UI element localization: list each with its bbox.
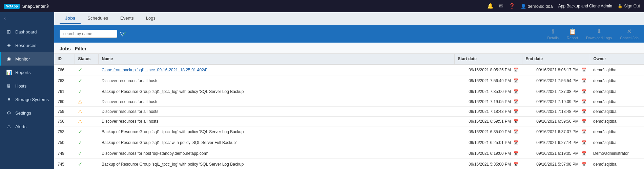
- download-logs-button[interactable]: ⬇ Download Logs: [586, 28, 612, 40]
- end-date-value: 09/16/2021 6:27:14 PM: [536, 140, 579, 145]
- header-actions: 🔔 ✉ ❓ 👤 demo\sqldba App Backup and Clone…: [487, 3, 640, 9]
- sidebar-item-alerts[interactable]: ⚠ Alerts: [0, 120, 54, 133]
- jobs-section: Jobs - Filter ID Status Name Start date …: [54, 43, 644, 169]
- start-calendar-icon[interactable]: 📅: [514, 140, 519, 145]
- username: demo\sqldba: [527, 4, 553, 9]
- end-calendar-icon[interactable]: 📅: [581, 68, 586, 72]
- help-icon[interactable]: ❓: [509, 3, 515, 9]
- notification-icon[interactable]: 🔔: [487, 3, 494, 9]
- job-end-date: 09/16/2021 7:19:09 PM📅: [522, 97, 590, 107]
- job-owner: demo\sqldba: [590, 137, 644, 148]
- sidebar-label-alerts: Alerts: [15, 124, 26, 129]
- search-input[interactable]: [60, 30, 117, 38]
- end-date-value: 09/16/2021 7:18:48 PM: [536, 109, 579, 114]
- start-calendar-icon[interactable]: 📅: [514, 151, 519, 156]
- table-row: 766✓Clone from backup 'sql1_tpcc_09-16-2…: [54, 64, 644, 75]
- main-layout: ‹ ⊞ Dashboard ◈ Resources ◉ Monitor 📊 Re…: [0, 12, 644, 169]
- status-warn-icon: ⚠: [78, 119, 82, 124]
- sidebar-item-reports[interactable]: 📊 Reports: [0, 66, 54, 79]
- end-calendar-icon[interactable]: 📅: [581, 99, 586, 104]
- report-button[interactable]: 📋 Report: [567, 28, 578, 40]
- toolbar-actions: ℹ Details 📋 Report ⬇ Download Logs ✕ Can…: [547, 28, 639, 40]
- sidebar-label-reports: Reports: [15, 70, 31, 75]
- start-calendar-icon[interactable]: 📅: [514, 162, 519, 167]
- end-calendar-icon[interactable]: 📅: [581, 140, 586, 145]
- job-start-date: 09/16/2021 6:25:01 PM📅: [454, 137, 522, 148]
- filter-button[interactable]: ▽ ✓: [120, 30, 127, 38]
- job-name: Discover resources for all hosts: [98, 117, 454, 126]
- job-name-link[interactable]: Clone from backup 'sql1_tpcc_09-16-2021_…: [102, 68, 207, 72]
- mail-icon[interactable]: ✉: [499, 3, 503, 9]
- start-calendar-icon[interactable]: 📅: [514, 99, 519, 104]
- end-calendar-icon[interactable]: 📅: [581, 78, 586, 83]
- start-date-value: 09/16/2021 7:56:49 PM: [469, 78, 511, 83]
- sidebar-item-storage-systems[interactable]: ≡ Storage Systems: [0, 93, 54, 106]
- start-date-value: 09/16/2021 6:19:00 PM: [469, 151, 511, 156]
- job-name: Backup of Resource Group 'sql1_tpcc' wit…: [98, 137, 454, 148]
- end-calendar-icon[interactable]: 📅: [581, 162, 586, 167]
- job-end-date: 09/16/2021 8:06:17 PM📅: [522, 64, 590, 75]
- end-calendar-icon[interactable]: 📅: [581, 109, 586, 114]
- sidebar-item-monitor[interactable]: ◉ Monitor: [0, 52, 54, 66]
- table-row: 750✓Backup of Resource Group 'sql1_tpcc'…: [54, 137, 644, 148]
- sidebar-label-settings: Settings: [15, 111, 31, 116]
- start-calendar-icon[interactable]: 📅: [514, 78, 519, 83]
- details-button[interactable]: ℹ Details: [547, 28, 559, 40]
- start-calendar-icon[interactable]: 📅: [514, 119, 519, 124]
- sidebar-item-dashboard[interactable]: ⊞ Dashboard: [0, 25, 54, 39]
- job-start-date: 09/16/2021 7:19:05 PM📅: [454, 97, 522, 107]
- start-date-value: 09/16/2021 7:19:05 PM: [469, 99, 511, 104]
- job-name: Discover resources for all hosts: [98, 107, 454, 117]
- col-header-id: ID: [54, 54, 75, 64]
- job-start-date: 09/16/2021 7:18:43 PM📅: [454, 107, 522, 117]
- status-warn-icon: ⚠: [78, 99, 82, 104]
- tab-logs[interactable]: Logs: [141, 13, 161, 24]
- start-calendar-icon[interactable]: 📅: [514, 68, 519, 72]
- tab-schedules[interactable]: Schedules: [82, 13, 113, 24]
- details-icon: ℹ: [552, 28, 554, 35]
- start-calendar-icon[interactable]: 📅: [514, 129, 519, 134]
- start-date-value: 09/16/2021 7:35:00 PM: [469, 89, 511, 94]
- sidebar-label-resources: Resources: [15, 43, 36, 48]
- job-name: Backup of Resource Group 'sql1_tpcc_log'…: [98, 86, 454, 97]
- reports-icon: 📊: [6, 70, 12, 75]
- job-end-date: 09/16/2021 7:56:54 PM📅: [522, 75, 590, 86]
- job-end-date: 09/16/2021 6:59:56 PM📅: [522, 117, 590, 126]
- cancel-job-button[interactable]: ✕ Cancel Job: [620, 28, 639, 40]
- start-calendar-icon[interactable]: 📅: [514, 89, 519, 94]
- toolbar: ▽ ✓ ℹ Details 📋 Report ⬇ Download Logs: [54, 25, 644, 43]
- job-owner: demo\sqldba: [590, 117, 644, 126]
- job-name[interactable]: Clone from backup 'sql1_tpcc_09-16-2021_…: [98, 64, 454, 75]
- signout-label: Sign Out: [624, 4, 640, 8]
- start-date-value: 09/16/2021 8:05:25 PM: [469, 68, 511, 72]
- job-start-date: 09/16/2021 6:59:51 PM📅: [454, 117, 522, 126]
- table-row: 749✓Discover resources for host 'sql-sta…: [54, 148, 644, 159]
- job-name: Discover resources for all hosts: [98, 75, 454, 86]
- details-label: Details: [547, 36, 559, 40]
- job-status: ⚠: [75, 107, 98, 117]
- status-ok-icon: ✓: [78, 161, 82, 167]
- job-status: ⚠: [75, 117, 98, 126]
- user-info: 👤 demo\sqldba: [521, 4, 553, 9]
- sidebar-item-resources[interactable]: ◈ Resources: [0, 39, 54, 52]
- start-date-value: 09/16/2021 6:59:51 PM: [469, 119, 511, 124]
- end-calendar-icon[interactable]: 📅: [581, 89, 586, 94]
- end-calendar-icon[interactable]: 📅: [581, 129, 586, 134]
- start-calendar-icon[interactable]: 📅: [514, 109, 519, 114]
- sidebar-label-storage: Storage Systems: [15, 97, 49, 102]
- col-header-owner: Owner: [590, 54, 644, 64]
- job-end-date: 09/16/2021 5:37:08 PM📅: [522, 159, 590, 169]
- signout-button[interactable]: 🔓 Sign Out: [618, 4, 640, 8]
- end-calendar-icon[interactable]: 📅: [581, 151, 586, 156]
- job-id: 766: [54, 64, 75, 75]
- tab-jobs[interactable]: Jobs: [60, 13, 81, 24]
- sidebar-collapse-button[interactable]: ‹: [0, 12, 54, 25]
- end-date-value: 09/16/2021 5:37:08 PM: [536, 162, 579, 167]
- sidebar-item-hosts[interactable]: 🖥 Hosts: [0, 79, 54, 93]
- job-name: Backup of Resource Group 'sql1_tpcc_log'…: [98, 126, 454, 137]
- col-header-status: Status: [75, 54, 98, 64]
- tab-events[interactable]: Events: [115, 13, 139, 24]
- end-calendar-icon[interactable]: 📅: [581, 119, 586, 124]
- end-date-value: 09/16/2021 7:19:09 PM: [536, 99, 579, 104]
- sidebar-item-settings[interactable]: ⚙ Settings: [0, 106, 54, 120]
